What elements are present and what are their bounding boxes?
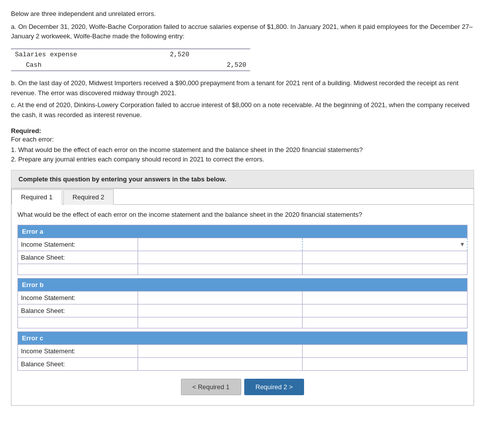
error-c-bs-field1[interactable]	[141, 360, 300, 368]
nav-buttons: < Required 1 Required 2 >	[17, 379, 468, 400]
intro-section: Below are three independent and unrelate…	[11, 9, 474, 41]
error-c-is-input2[interactable]	[303, 344, 468, 357]
error-b-bs-label: Balance Sheet:	[18, 304, 138, 317]
error-a-grid: Error a Income Statement: ▼ Balance Shee…	[17, 225, 468, 275]
error-a-is-field1[interactable]	[141, 240, 300, 249]
error-a-bs-label: Balance Sheet:	[18, 251, 138, 264]
error-a-is-field2[interactable]	[306, 240, 464, 249]
required-label: Required:	[11, 127, 474, 135]
error-b-bs-field1[interactable]	[141, 306, 300, 315]
tab-required1[interactable]: Required 1	[11, 189, 62, 205]
error-a-text: a. On December 31, 2020, Wolfe-Bache Cor…	[11, 22, 474, 41]
error-a-bs-input1[interactable]	[138, 251, 303, 264]
error-a-bs-field1[interactable]	[141, 253, 300, 262]
item2: 2. Prepare any journal entries each comp…	[11, 155, 474, 163]
error-c-bs-input1[interactable]	[138, 357, 303, 370]
debit-amount: 2,520	[136, 49, 193, 60]
error-a-bs-field2[interactable]	[306, 253, 464, 262]
error-a-is-input1[interactable]	[138, 238, 303, 251]
credit-label: Cash	[11, 60, 136, 71]
error-a-is-label: Income Statement:	[18, 238, 138, 251]
error-c-grid: Error c Income Statement: Balance Sheet:	[17, 331, 468, 371]
prev-button[interactable]: < Required 1	[181, 379, 241, 395]
debit-label: Salaries expense	[11, 49, 136, 60]
credit-amount: 2,520	[193, 60, 250, 71]
error-b-is-input1[interactable]	[138, 291, 303, 304]
error-b-is-field2[interactable]	[306, 294, 464, 302]
numbered-list: 1. What would be the effect of each erro…	[11, 146, 474, 163]
error-a-bs-input2[interactable]	[303, 251, 468, 264]
error-b-grid: Error b Income Statement: Balance Sheet:	[17, 278, 468, 328]
next-button[interactable]: Required 2 >	[244, 379, 305, 395]
tabs-container: Required 1 Required 2 What would be the …	[11, 188, 474, 406]
error-b-bs-input1[interactable]	[138, 304, 303, 317]
error-c-bs-input2[interactable]	[303, 357, 468, 370]
instructions-box: Complete this question by entering your …	[11, 170, 474, 188]
error-b-is-input2[interactable]	[303, 291, 468, 304]
error-b-text: b. On the last day of 2020, Midwest Impo…	[11, 78, 474, 98]
error-bc-section: b. On the last day of 2020, Midwest Impo…	[11, 78, 474, 121]
error-c-bs-field2[interactable]	[306, 360, 464, 368]
error-c-is-field2[interactable]	[306, 347, 464, 355]
error-b-is-label: Income Statement:	[18, 291, 138, 304]
error-b-is-field1[interactable]	[141, 294, 300, 302]
error-c-is-field1[interactable]	[141, 347, 300, 355]
error-c-bs-label: Balance Sheet:	[18, 357, 138, 370]
error-b-bs-input2[interactable]	[303, 304, 468, 317]
error-c-header: Error c	[18, 331, 468, 344]
required-sub: For each error:	[11, 136, 474, 143]
item1: 1. What would be the effect of each erro…	[11, 146, 474, 153]
error-c-is-input1[interactable]	[138, 344, 303, 357]
intro-line1: Below are three independent and unrelate…	[11, 9, 474, 19]
tab-required2[interactable]: Required 2	[63, 189, 114, 205]
tab1-question: What would be the effect of each error o…	[17, 210, 468, 220]
journal-table: Salaries expense 2,520 Cash 2,520	[11, 48, 250, 71]
error-b-header: Error b	[18, 278, 468, 291]
error-c-text: c. At the end of 2020, Dinkins-Lowery Co…	[11, 100, 474, 120]
tabs-header: Required 1 Required 2	[11, 189, 474, 205]
error-a-is-input2[interactable]: ▼	[303, 238, 468, 251]
error-c-is-label: Income Statement:	[18, 344, 138, 357]
error-b-bs-field2[interactable]	[306, 306, 464, 315]
error-a-header: Error a	[18, 225, 468, 238]
tab1-content: What would be the effect of each error o…	[11, 205, 474, 405]
